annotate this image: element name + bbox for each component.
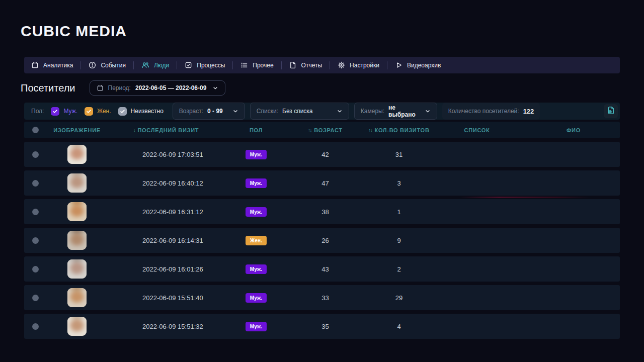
gear-icon: [338, 61, 345, 69]
visitor-photo-blur: [67, 145, 87, 164]
row-checkbox[interactable]: [32, 266, 39, 273]
nav-divider: [133, 61, 134, 69]
gender-badge: Муж.: [246, 264, 267, 274]
nav-divider: [330, 61, 330, 69]
file-plus-icon: [607, 106, 615, 116]
nav-tab-events[interactable]: События: [89, 61, 126, 69]
gender-filter-label: Пол:: [31, 108, 44, 115]
age-filter-dropdown[interactable]: Возраст: 0 - 99: [173, 103, 245, 120]
nav-tab-other[interactable]: Прочее: [240, 61, 273, 69]
visits-count-value: 2: [397, 265, 400, 273]
column-header[interactable]: СПИСОК: [427, 122, 527, 138]
row-checkbox[interactable]: [32, 323, 39, 330]
nav-tab-video-archive[interactable]: Видеоархив: [395, 61, 441, 69]
users-icon: [141, 61, 149, 69]
visitor-photo[interactable]: [67, 173, 87, 193]
table-row[interactable]: 2022-06-09 17:03:51 Муж. 42 31: [24, 142, 620, 167]
lists-filter-value: Без списка: [282, 108, 313, 115]
column-header[interactable]: ПОЛ: [233, 122, 279, 138]
age-value: 47: [321, 179, 329, 187]
row-checkbox[interactable]: [32, 237, 39, 244]
visits-count-value: 4: [397, 323, 400, 330]
gender-option-male[interactable]: Муж.: [51, 107, 77, 116]
visitor-count-value: 122: [523, 108, 534, 115]
chevron-down-icon: [232, 108, 238, 114]
gender-badge: Муж.: [246, 178, 267, 188]
visitor-photo[interactable]: [67, 317, 87, 336]
gender-option-unknown[interactable]: Неизвестно: [118, 107, 164, 116]
visitor-photo[interactable]: [67, 259, 87, 279]
gender-option-female[interactable]: Жен.: [85, 107, 111, 116]
visitor-photo[interactable]: [67, 202, 87, 221]
visits-count-value: 1: [397, 208, 400, 216]
nav-tab-analytics[interactable]: Аналитика: [31, 61, 73, 69]
table-row[interactable]: 2022-06-09 15:51:32 Муж. 35 4: [24, 314, 620, 339]
table-row[interactable]: 2022-06-09 16:31:12 Муж. 38 1: [24, 199, 620, 224]
visits-count-value: 29: [395, 294, 403, 302]
cameras-filter-dropdown[interactable]: Камеры: не выбрано: [354, 103, 437, 120]
chevron-down-icon: [212, 85, 218, 91]
column-header[interactable]: ИЗОБРАЖЕНИЕ: [47, 122, 107, 138]
page-title: Посетители: [21, 82, 75, 94]
brand-logo: CUBIC MEDIA: [21, 22, 620, 40]
checkbox-checked-icon: [85, 107, 93, 116]
sort-icon: ↑↓: [368, 128, 372, 133]
select-all-cell: [24, 122, 47, 138]
row-checkbox[interactable]: [32, 209, 39, 215]
nav-tab-label: Процессы: [197, 62, 225, 69]
export-button[interactable]: [604, 104, 618, 118]
nav-tab-processes[interactable]: Процессы: [185, 61, 225, 69]
nav-divider: [232, 61, 233, 69]
visits-count-value: 3: [397, 179, 400, 187]
row-checkbox[interactable]: [32, 180, 39, 187]
last-visit-value: 2022-06-09 16:14:31: [142, 237, 203, 244]
age-value: 38: [321, 208, 329, 216]
period-selector[interactable]: Период: 2022-06-05 — 2022-06-09: [90, 80, 226, 96]
row-checkbox[interactable]: [32, 151, 39, 158]
visitor-photo[interactable]: [67, 145, 87, 164]
column-header[interactable]: ФИО: [527, 122, 620, 138]
table-row[interactable]: 2022-06-09 15:51:40 Муж. 33 29: [24, 285, 620, 310]
nav-tab-settings[interactable]: Настройки: [338, 61, 379, 69]
visitors-page: CUBIC MEDIA Аналитика События Люди Проце…: [0, 22, 644, 362]
table-row[interactable]: 2022-06-09 16:40:12 Муж. 47 3: [24, 170, 620, 196]
checkbox-checked-icon: [51, 107, 59, 116]
last-visit-value: 2022-06-09 16:40:12: [142, 179, 203, 187]
nav-divider: [177, 61, 177, 69]
visitor-photo-blur: [67, 288, 87, 307]
nav-divider: [80, 61, 81, 69]
table-body: 2022-06-09 17:03:51 Муж. 42 31 2022-06-0…: [24, 142, 620, 339]
age-filter-label: Возраст:: [179, 108, 203, 115]
sort-icon: ↓: [133, 128, 135, 133]
nav-tab-reports[interactable]: Отчеты: [289, 61, 322, 69]
last-visit-value: 2022-06-09 16:01:26: [142, 265, 203, 273]
column-header[interactable]: ↑↓ КОЛ-ВО ВИЗИТОВ: [371, 122, 427, 138]
column-header[interactable]: ↓ ПОСЛЕДНИЙ ВИЗИТ: [107, 122, 233, 138]
nav-divider: [281, 61, 282, 69]
nav-tab-label: Прочее: [253, 62, 273, 69]
visitor-photo[interactable]: [67, 288, 87, 307]
table-row[interactable]: 2022-06-09 16:01:26 Муж. 43 2: [24, 256, 620, 282]
cameras-filter-value: не выбрано: [388, 104, 421, 118]
table-header: ИЗОБРАЖЕНИЕ ↓ ПОСЛЕДНИЙ ВИЗИТ ПОЛ ↑↓ ВОЗ…: [24, 122, 620, 138]
visits-count-value: 31: [395, 151, 403, 158]
checkbox-checked-icon: [118, 107, 127, 116]
main-nav: Аналитика События Люди Процессы Прочее О…: [24, 57, 620, 73]
row-checkbox[interactable]: [32, 295, 39, 301]
lists-filter-label: Списки:: [257, 108, 278, 115]
gender-badge: Муж.: [246, 207, 267, 217]
check-square-icon: [185, 61, 192, 69]
last-visit-value: 2022-06-09 16:31:12: [142, 208, 203, 216]
visitor-photo[interactable]: [67, 231, 87, 250]
table-row[interactable]: 2022-06-09 16:14:31 Жен. 26 9: [24, 228, 620, 253]
lists-filter-dropdown[interactable]: Списки: Без списка: [250, 103, 349, 120]
play-icon: [395, 61, 403, 69]
nav-tab-people[interactable]: Люди: [141, 61, 169, 69]
visitor-count: Количество посетителей: 122: [442, 103, 540, 120]
column-header[interactable]: ↑↓ ВОЗРАСТ: [279, 122, 371, 138]
visitor-photo-blur: [67, 173, 87, 193]
filter-bar: Пол: Муж. Жен. Неизвестно Возраст: 0 - 9…: [24, 103, 620, 120]
select-all-checkbox[interactable]: [32, 127, 39, 133]
visitor-photo-blur: [67, 231, 87, 250]
nav-tab-label: Аналитика: [43, 62, 73, 69]
